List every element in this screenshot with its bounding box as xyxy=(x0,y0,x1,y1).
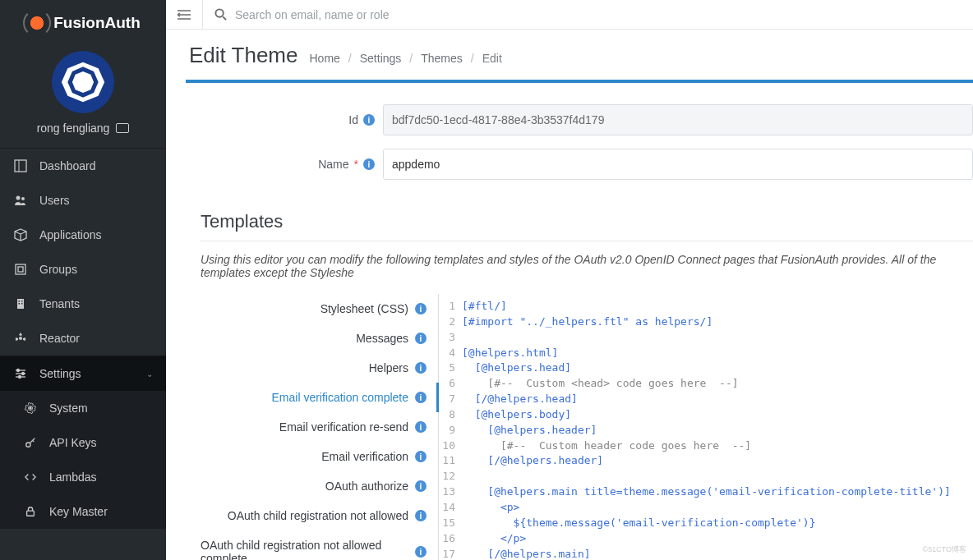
code-line: 17 [/@helpers.main] xyxy=(439,547,973,561)
id-label: Idi xyxy=(186,113,383,126)
template-item-label: OAuth child registration not allowed xyxy=(228,509,408,522)
username: rong fengliang xyxy=(37,122,110,135)
sliders-icon xyxy=(13,366,28,381)
logo-area[interactable]: FusionAuth xyxy=(0,0,166,43)
svg-line-9 xyxy=(21,232,26,234)
svg-rect-14 xyxy=(19,301,21,302)
code-editor[interactable]: 1[#ftl/]2[#import "../_helpers.ftl" as h… xyxy=(439,294,973,560)
svg-rect-29 xyxy=(27,511,35,516)
svg-point-6 xyxy=(21,197,25,200)
svg-point-33 xyxy=(215,9,223,16)
template-item-label: OAuth child registration not allowed com… xyxy=(201,539,408,560)
sidebar-item-label: Tenants xyxy=(39,297,80,310)
sidebar-item-key-master[interactable]: Key Master xyxy=(0,494,166,529)
template-item[interactable]: Messagesi xyxy=(201,324,438,353)
sidebar-item-label: Key Master xyxy=(49,505,108,518)
code-line: 10 [#-- Custom header code goes here --] xyxy=(439,438,973,454)
template-item[interactable]: Email verification completei xyxy=(201,383,438,412)
info-icon[interactable]: i xyxy=(415,362,427,374)
sidebar-item-applications[interactable]: Applications xyxy=(0,218,166,252)
menu-toggle-icon[interactable] xyxy=(178,9,191,21)
info-icon[interactable]: i xyxy=(415,421,427,433)
svg-rect-12 xyxy=(18,267,23,272)
code-line: 3 xyxy=(439,330,973,346)
svg-rect-16 xyxy=(19,303,21,305)
template-item[interactable]: OAuth child registration not allowedi xyxy=(201,501,438,530)
template-item-label: Email verification re-send xyxy=(279,420,408,434)
info-icon[interactable]: i xyxy=(415,546,427,558)
code-line: 9 [@helpers.header] xyxy=(439,423,973,438)
brand-name: FusionAuth xyxy=(53,14,141,32)
crumb-settings[interactable]: Settings xyxy=(360,52,402,65)
sidebar-item-groups[interactable]: Groups xyxy=(0,252,166,287)
code-line: 8 [@helpers.body] xyxy=(439,407,973,423)
page-title: Edit Theme xyxy=(189,43,297,68)
crumb-themes[interactable]: Themes xyxy=(421,52,463,65)
templates-heading: Templates xyxy=(201,193,973,241)
groups-icon xyxy=(13,262,28,277)
search-input[interactable] xyxy=(235,8,961,21)
template-item[interactable]: OAuth child registration not allowed com… xyxy=(201,530,438,560)
template-item[interactable]: Email verification re-sendi xyxy=(201,412,438,442)
main: Edit Theme Home/ Settings/ Themes/ Edit … xyxy=(166,0,973,560)
sidebar-item-system[interactable]: System xyxy=(0,391,166,425)
sidebar-item-users[interactable]: Users xyxy=(0,183,166,218)
svg-line-28 xyxy=(33,440,35,442)
template-item[interactable]: OAuth authorizei xyxy=(201,471,438,501)
info-icon[interactable]: i xyxy=(415,392,427,403)
id-field xyxy=(383,104,973,135)
breadcrumb: Home/ Settings/ Themes/ Edit xyxy=(309,52,501,65)
name-label: Name*i xyxy=(186,158,383,171)
templates-description: Using this editor you can modify the fol… xyxy=(186,253,973,294)
name-field[interactable] xyxy=(383,149,973,180)
svg-point-24 xyxy=(19,376,21,379)
info-icon[interactable]: i xyxy=(415,510,427,521)
sidebar-item-label: Groups xyxy=(39,263,77,276)
info-icon[interactable]: i xyxy=(415,480,427,492)
template-item-label: Email verification complete xyxy=(271,391,408,404)
code-line: 16 </p> xyxy=(439,531,973,547)
sidebar-item-lambdas[interactable]: Lambdas xyxy=(0,460,166,494)
svg-line-27 xyxy=(30,438,35,443)
sidebar-item-api-keys[interactable]: API Keys xyxy=(0,425,166,460)
template-item[interactable]: Helpersi xyxy=(201,353,438,383)
tenants-icon xyxy=(13,296,28,311)
info-icon[interactable]: i xyxy=(363,114,375,126)
sidebar-item-reactor[interactable]: Reactor xyxy=(0,321,166,356)
brand-logo: FusionAuth xyxy=(25,11,141,34)
info-icon[interactable]: i xyxy=(415,333,427,344)
sidebar-item-label: Users xyxy=(39,194,70,207)
sidebar-nav: Dashboard Users Applications Groups Tena… xyxy=(0,149,166,560)
sidebar-item-tenants[interactable]: Tenants xyxy=(0,287,166,321)
svg-point-22 xyxy=(17,370,20,372)
watermark: ©51CTO博客 xyxy=(923,544,966,555)
svg-point-23 xyxy=(22,373,25,375)
info-icon[interactable]: i xyxy=(363,158,375,170)
crumb-home[interactable]: Home xyxy=(309,52,339,65)
search-icon xyxy=(214,8,227,21)
template-list: Stylesheet (CSS)iMessagesiHelpersiEmail … xyxy=(201,294,439,560)
crumb-edit: Edit xyxy=(482,52,502,65)
id-card-icon[interactable] xyxy=(116,123,129,133)
info-icon[interactable]: i xyxy=(415,451,427,462)
topbar xyxy=(166,0,973,30)
svg-rect-17 xyxy=(21,303,23,305)
lock-icon xyxy=(23,504,38,519)
chevron-down-icon: ⌄ xyxy=(146,370,153,379)
svg-marker-2 xyxy=(72,71,94,93)
key-icon xyxy=(23,435,38,450)
logo-icon xyxy=(25,11,48,34)
template-item[interactable]: Email verificationi xyxy=(201,442,438,471)
svg-rect-13 xyxy=(17,299,24,309)
info-icon[interactable]: i xyxy=(415,303,427,314)
avatar[interactable] xyxy=(52,51,114,113)
sidebar-item-dashboard[interactable]: Dashboard xyxy=(0,149,166,183)
sidebar-item-settings[interactable]: Settings⌄ xyxy=(0,356,166,391)
sidebar: FusionAuth rong fengliang Dashboard User… xyxy=(0,0,166,560)
svg-point-5 xyxy=(16,196,21,200)
svg-point-25 xyxy=(29,406,32,410)
sidebar-item-label: API Keys xyxy=(49,436,97,449)
code-line: 13 [@helpers.main title=theme.message('e… xyxy=(439,484,973,500)
template-item[interactable]: Stylesheet (CSS)i xyxy=(201,294,438,324)
code-line: 15 ${theme.message('email-verification-c… xyxy=(439,516,973,531)
